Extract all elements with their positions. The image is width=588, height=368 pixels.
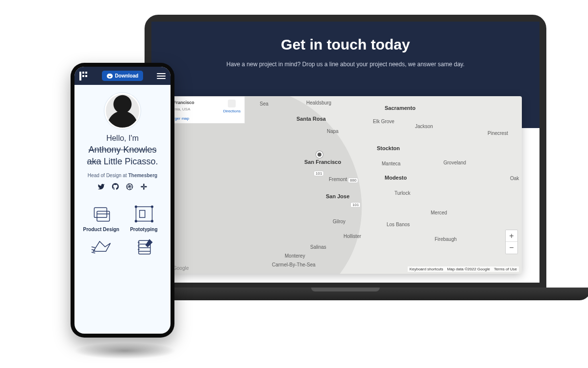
svg-rect-9 (139, 210, 145, 217)
directions-button[interactable]: Directions (223, 100, 241, 114)
google-logo: Google (173, 265, 189, 271)
phone-topbar: Download (74, 67, 171, 85)
github-icon[interactable] (112, 183, 119, 192)
profile-section: Hello, I'm Anthony Knowles aka Little Pi… (74, 85, 171, 202)
route-badge: 101 (350, 202, 361, 208)
map-label-salinas: Salinas (310, 244, 326, 250)
map-label-sacramento: Sacramento (385, 105, 416, 111)
paper-bird-icon (91, 237, 112, 257)
map-info-sub: rnia, USA (173, 107, 190, 111)
skill-product-design[interactable]: Product Design (81, 204, 121, 232)
map-label-san-francisco: San Francisco (304, 159, 341, 165)
aka-struck: aka (87, 157, 101, 166)
svg-point-12 (135, 220, 137, 222)
map-label-modesto: Modesto (385, 175, 407, 181)
map-info-title: Francisco (173, 100, 195, 106)
map-label-firebaugh: Firebaugh (435, 237, 457, 242)
contact-subtitle: Have a new project in mind? Drop us a li… (181, 60, 510, 69)
terms-link[interactable]: Terms of Use (494, 267, 517, 271)
skill-origami[interactable] (81, 237, 121, 260)
svg-rect-2 (143, 187, 145, 190)
layers-icon (91, 204, 112, 224)
map-label-hollister: Hollister (343, 234, 361, 239)
route-badge: 880 (348, 178, 358, 183)
phone-device: Download Hello, I'm Anthony Knowles aka … (71, 63, 174, 338)
social-row (82, 183, 163, 192)
view-larger-map-link[interactable]: rger map (173, 116, 241, 121)
zoom-in-button[interactable]: + (506, 230, 517, 242)
laptop-device: Get in touch today Have a new project in… (145, 15, 546, 289)
slack-icon[interactable] (140, 183, 147, 192)
map-label-santa-rosa: Santa Rosa (296, 116, 326, 122)
avatar (104, 93, 141, 129)
twitter-icon[interactable] (98, 183, 105, 192)
svg-point-10 (135, 206, 137, 208)
map-pin (316, 151, 323, 158)
phone-screen: Download Hello, I'm Anthony Knowles aka … (74, 67, 171, 334)
map-label-fremont: Fremont (329, 177, 347, 182)
skill-notebook[interactable] (124, 237, 164, 260)
bounding-box-icon (133, 204, 155, 224)
map-footer: Keyboard shortcuts Map data ©2022 Google… (408, 266, 519, 272)
phone-shadow (74, 342, 176, 359)
brand-logo-icon[interactable] (79, 72, 88, 80)
map-label-napa: Napa (327, 129, 339, 134)
map-label-jackson: Jackson (415, 124, 433, 129)
alias-name: Little Picasso. (103, 157, 158, 166)
svg-rect-4 (144, 186, 147, 187)
directions-icon (228, 100, 236, 107)
map-label-oak: Oak (510, 176, 519, 181)
svg-rect-8 (136, 207, 152, 221)
hamburger-menu-button[interactable] (157, 73, 166, 79)
map-panel[interactable]: Sea Healdsburg Santa Rosa Napa Sacrament… (169, 96, 522, 274)
notebook-icon (133, 237, 155, 257)
real-name-struck: Anthony Knowles (82, 144, 163, 156)
contact-title: Get in touch today (181, 36, 510, 53)
map-label-pinecrest: Pinecrest (488, 131, 508, 136)
map-label-san-jose: San Jose (326, 193, 349, 199)
svg-rect-5 (94, 208, 107, 217)
svg-point-11 (151, 206, 153, 208)
laptop-screen: Get in touch today Have a new project in… (151, 22, 539, 283)
map-label-los-banos: Los Banos (387, 222, 410, 227)
svg-rect-6 (97, 211, 109, 221)
map-label-monterey: Monterey (285, 253, 305, 259)
cloud-download-icon (107, 74, 113, 79)
company-name: Themesberg (128, 173, 157, 178)
hello-label: Hello, I'm (82, 134, 163, 143)
map-label-turlock: Turlock (394, 190, 410, 196)
map-label-stockton: Stockton (377, 145, 400, 151)
role-line: Head of Design at Themesberg (82, 173, 163, 178)
map-label-carmel: Carmel-By-The-Sea (272, 262, 316, 267)
zoom-out-button[interactable]: − (506, 242, 517, 254)
map-data-label: Map data ©2022 Google (447, 267, 490, 271)
skill-prototyping[interactable]: Prototyping (124, 204, 164, 232)
map-label-elk-grove: Elk Grove (373, 119, 394, 124)
map-label-manteca: Manteca (382, 161, 400, 166)
map-label-gilroy: Gilroy (333, 219, 345, 224)
svg-point-13 (151, 220, 153, 222)
map-label-merced: Merced (431, 210, 447, 215)
aka-line: aka Little Picasso. (82, 156, 163, 167)
map-label-healdsburg: Healdsburg (306, 100, 331, 105)
keyboard-shortcuts-link[interactable]: Keyboard shortcuts (410, 267, 443, 271)
map-label-groveland: Groveland (443, 160, 466, 165)
route-badge: 101 (314, 171, 324, 176)
zoom-control: + − (505, 230, 518, 254)
download-button[interactable]: Download (102, 71, 144, 81)
svg-rect-1 (143, 184, 145, 186)
map-label-sea: Sea (260, 101, 269, 106)
dribbble-icon[interactable] (126, 183, 133, 192)
svg-rect-3 (141, 186, 144, 187)
map-info-card: Francisco rnia, USA Directions rger map (169, 96, 245, 124)
skills-grid: Product Design Prototyping (74, 202, 171, 262)
